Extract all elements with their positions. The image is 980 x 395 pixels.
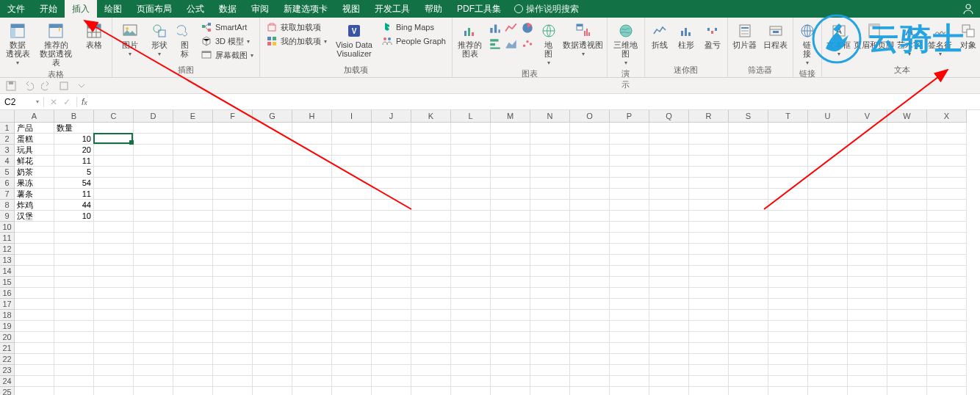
cell[interactable] — [94, 156, 134, 167]
column-header[interactable]: R — [689, 110, 729, 123]
cell[interactable] — [253, 211, 292, 222]
cell[interactable] — [411, 156, 451, 167]
cell[interactable] — [491, 266, 530, 277]
bingmaps-button[interactable]: Bing Maps — [378, 21, 449, 34]
cell[interactable] — [173, 211, 213, 222]
cell[interactable] — [332, 222, 372, 233]
cell[interactable] — [689, 343, 729, 354]
cell[interactable] — [491, 332, 530, 343]
cell[interactable] — [649, 167, 689, 178]
cell[interactable] — [292, 376, 332, 387]
cell[interactable] — [173, 299, 213, 310]
cell[interactable] — [411, 288, 451, 299]
cell[interactable] — [491, 156, 530, 167]
cell[interactable] — [15, 332, 54, 343]
cell[interactable] — [927, 376, 967, 387]
cell[interactable] — [15, 321, 54, 332]
cell[interactable]: 10 — [54, 211, 94, 222]
cell[interactable] — [530, 178, 570, 189]
cell[interactable] — [768, 178, 808, 189]
cell[interactable] — [292, 200, 332, 211]
cell[interactable] — [94, 134, 134, 145]
cell[interactable] — [94, 222, 134, 233]
column-header[interactable]: D — [134, 110, 173, 123]
cell[interactable] — [848, 277, 887, 288]
cell[interactable] — [610, 376, 649, 387]
cell[interactable] — [927, 211, 967, 222]
cell[interactable] — [768, 222, 808, 233]
cell[interactable] — [887, 134, 927, 145]
cell[interactable] — [292, 134, 332, 145]
tab-newtab[interactable]: 新建选项卡 — [276, 0, 335, 18]
cell[interactable] — [292, 343, 332, 354]
cell[interactable] — [372, 244, 411, 255]
cell[interactable] — [54, 332, 94, 343]
cell[interactable] — [848, 233, 887, 244]
cell[interactable] — [768, 277, 808, 288]
cell[interactable] — [411, 178, 451, 189]
cell[interactable] — [94, 167, 134, 178]
cell[interactable] — [610, 167, 649, 178]
cell[interactable] — [411, 332, 451, 343]
row-header[interactable]: 8 — [0, 200, 15, 211]
cell[interactable] — [451, 321, 491, 332]
cell[interactable] — [134, 332, 173, 343]
cell[interactable] — [887, 387, 927, 395]
cell[interactable] — [491, 354, 530, 365]
cell[interactable] — [808, 233, 848, 244]
cell[interactable] — [729, 365, 768, 376]
cell[interactable] — [253, 200, 292, 211]
cell[interactable] — [649, 189, 689, 200]
row-header[interactable]: 19 — [0, 321, 15, 332]
cell[interactable] — [54, 222, 94, 233]
cell[interactable] — [491, 178, 530, 189]
column-header[interactable]: J — [372, 110, 411, 123]
cell[interactable] — [292, 365, 332, 376]
cell[interactable]: 蛋糕 — [15, 134, 54, 145]
cell[interactable] — [411, 233, 451, 244]
cell[interactable] — [213, 255, 253, 266]
cell[interactable] — [848, 299, 887, 310]
cell[interactable] — [253, 167, 292, 178]
row-header[interactable]: 20 — [0, 332, 15, 343]
cell[interactable] — [411, 211, 451, 222]
cell[interactable] — [372, 255, 411, 266]
cell[interactable] — [689, 387, 729, 395]
cell[interactable] — [768, 200, 808, 211]
cell[interactable] — [848, 123, 887, 134]
cell[interactable] — [729, 266, 768, 277]
tab-data[interactable]: 数据 — [212, 0, 244, 18]
cell[interactable] — [689, 200, 729, 211]
cell[interactable]: 果冻 — [15, 178, 54, 189]
cell[interactable] — [451, 189, 491, 200]
cell[interactable] — [848, 310, 887, 321]
cell[interactable] — [15, 299, 54, 310]
cell[interactable] — [292, 211, 332, 222]
cell[interactable] — [213, 266, 253, 277]
cell[interactable] — [570, 266, 610, 277]
visio-button[interactable]: V Visio Data Visualizer — [333, 21, 375, 60]
cell[interactable] — [451, 255, 491, 266]
cell[interactable] — [610, 299, 649, 310]
cell[interactable] — [253, 266, 292, 277]
cell[interactable] — [372, 178, 411, 189]
cell[interactable] — [610, 310, 649, 321]
cell[interactable] — [808, 189, 848, 200]
cell[interactable] — [372, 123, 411, 134]
cell[interactable] — [332, 321, 372, 332]
column-header[interactable]: G — [253, 110, 292, 123]
cell[interactable] — [729, 321, 768, 332]
column-header[interactable]: E — [173, 110, 213, 123]
cell[interactable] — [530, 266, 570, 277]
cell[interactable] — [15, 277, 54, 288]
cell[interactable] — [887, 266, 927, 277]
cell[interactable] — [530, 211, 570, 222]
cell[interactable] — [530, 222, 570, 233]
cell[interactable] — [570, 233, 610, 244]
cell[interactable] — [253, 343, 292, 354]
cell[interactable] — [15, 310, 54, 321]
column-header[interactable]: S — [729, 110, 768, 123]
cell[interactable] — [292, 145, 332, 156]
cell[interactable] — [689, 222, 729, 233]
cell[interactable] — [570, 354, 610, 365]
